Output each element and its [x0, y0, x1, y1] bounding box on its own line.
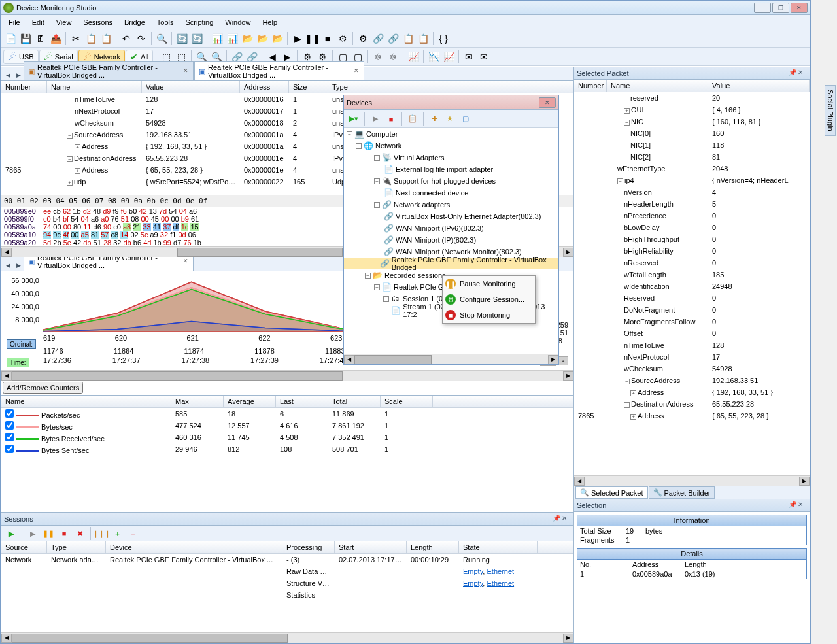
- col-device[interactable]: Device: [106, 541, 282, 553]
- ctx-stop-monitoring[interactable]: ■Stop Monitoring: [443, 307, 535, 323]
- tab-structview1[interactable]: ▣Realtek PCIe GBE Family Controller - Vi…: [24, 61, 194, 80]
- packet-row[interactable]: NIC[2] 81: [574, 151, 810, 163]
- col-type[interactable]: Type: [47, 541, 106, 553]
- menu-scripting[interactable]: Scripting: [180, 17, 218, 27]
- toolbar-button[interactable]: ✉: [462, 50, 476, 64]
- tree-computer[interactable]: −💻Computer: [344, 128, 558, 140]
- device-item[interactable]: 🔗Realtek PCIe GBE Family Controller - Vi…: [344, 258, 558, 269]
- packet-row[interactable]: −DestinationAddress 65.55.223.28: [574, 398, 810, 410]
- packet-row[interactable]: bLowDelay 0: [574, 222, 810, 233]
- play-dropdown-icon[interactable]: ▶▾: [347, 112, 361, 126]
- packet-row[interactable]: bHighThroughput 0: [574, 233, 810, 245]
- dev-scrollbar[interactable]: ◀▶: [344, 354, 558, 364]
- menu-help[interactable]: Help: [257, 17, 282, 27]
- packet-row[interactable]: −ip4 { nVersion=4; nHeaderL: [574, 175, 810, 186]
- toolbar-button[interactable]: 📈: [441, 50, 456, 64]
- toolbar-button[interactable]: 💾: [18, 31, 33, 46]
- stop-icon[interactable]: ■: [57, 526, 71, 541]
- device-item[interactable]: 🔗WAN Miniport (IPv6)(802.3): [344, 222, 558, 234]
- toolbar-button[interactable]: 📉: [426, 50, 441, 64]
- ctx-configure-session-[interactable]: ⚙Configure Session...: [443, 292, 535, 307]
- packet-row[interactable]: nTimeToLive 128: [574, 339, 810, 351]
- toolbar-button[interactable]: 📋: [401, 31, 415, 46]
- counter-checkbox[interactable]: [5, 433, 14, 441]
- menu-file[interactable]: File: [3, 17, 26, 27]
- selected-packet-tab[interactable]: 🔍Selected Packet: [575, 486, 648, 499]
- pin-icon[interactable]: 📌: [553, 515, 562, 524]
- toolbar-button[interactable]: 🔗: [386, 31, 400, 46]
- col-name[interactable]: Name: [607, 80, 708, 92]
- counter-checkbox[interactable]: [5, 421, 14, 430]
- play-icon[interactable]: ▶: [368, 112, 383, 126]
- packet-row[interactable]: nPrecedence 0: [574, 210, 810, 222]
- col-value[interactable]: Value: [708, 80, 810, 92]
- play2-icon[interactable]: ▶: [26, 526, 40, 541]
- toolbar-button[interactable]: 📤: [48, 31, 63, 46]
- tab-structview2[interactable]: ▣Realtek PCIe GBE Family Controller - Vi…: [194, 61, 364, 80]
- toolbar-button[interactable]: 📈: [406, 50, 420, 64]
- menu-bridge[interactable]: Bridge: [119, 17, 150, 27]
- counter-row[interactable]: Bytes Received/sec 460 31611 7454 5087 3…: [1, 432, 573, 443]
- toolbar-button[interactable]: 🔍: [154, 31, 169, 46]
- col-start[interactable]: Start: [335, 541, 407, 553]
- pin-icon[interactable]: 📌: [789, 501, 798, 510]
- col-processing[interactable]: Processing: [282, 541, 335, 553]
- counter-row[interactable]: Bytes/sec 477 52412 5574 6167 861 1921: [1, 420, 573, 432]
- device-item[interactable]: 📄Next connected device: [344, 187, 558, 199]
- play-icon[interactable]: ▶: [4, 526, 18, 541]
- toolbar-button[interactable]: ▶: [290, 31, 305, 46]
- session-row[interactable]: NetworkNetwork adaptersRealtek PCIe GBE …: [1, 554, 573, 566]
- col-average[interactable]: Average: [224, 396, 276, 407]
- toolbar-button[interactable]: 📂: [270, 31, 284, 46]
- packet-row[interactable]: +OUI { 4, 166 }: [574, 104, 810, 116]
- toolbar-button[interactable]: 📊: [210, 31, 224, 46]
- tree-network[interactable]: −🌐Network: [344, 140, 558, 152]
- devices-close-button[interactable]: ✕: [539, 97, 556, 108]
- bars-icon[interactable]: ❘❘❘: [94, 526, 109, 541]
- col-address[interactable]: Address: [240, 81, 289, 93]
- toolbar-button[interactable]: ⚛: [386, 50, 400, 64]
- minimize-button[interactable]: —: [754, 3, 771, 13]
- device-item[interactable]: −🔗Network adapters: [344, 199, 558, 211]
- sess-scrollbar[interactable]: ◀▶: [1, 632, 573, 643]
- packet-row[interactable]: MoreFragmentsFollow 0: [574, 316, 810, 328]
- packet-row[interactable]: reserved 20: [574, 92, 810, 104]
- col-size[interactable]: Size: [289, 81, 328, 93]
- selpkt-scrollbar[interactable]: ◀▶: [574, 475, 810, 486]
- devices-tree[interactable]: −💻Computer −🌐Network −📡Virtual Adapters📄…: [344, 128, 558, 354]
- toolbar-button[interactable]: ■: [320, 31, 335, 46]
- counter-row[interactable]: Packets/sec 58518611 8691: [1, 408, 573, 420]
- toolbar-button[interactable]: 📋: [84, 31, 98, 46]
- packet-builder-tab[interactable]: 🔧Packet Builder: [649, 486, 715, 499]
- toolbar-button[interactable]: 🗓: [33, 31, 48, 46]
- close-button[interactable]: ✕: [791, 3, 808, 13]
- packet-row[interactable]: nHeaderLength 5: [574, 198, 810, 210]
- session-row[interactable]: Structure ViewEmpty, Ethernet: [1, 577, 573, 589]
- tab-prev[interactable]: ◀: [3, 260, 13, 271]
- toolbar-button[interactable]: 📄: [3, 31, 18, 46]
- close-pane-icon[interactable]: ✕: [798, 69, 807, 78]
- sessions-grid[interactable]: NetworkNetwork adaptersRealtek PCIe GBE …: [1, 554, 573, 632]
- tab-prev[interactable]: ◀: [3, 70, 13, 80]
- col-length[interactable]: Length: [407, 541, 459, 553]
- toolbar-button[interactable]: ⚙: [335, 31, 350, 46]
- packet-row[interactable]: nNextProtocol 17: [574, 351, 810, 363]
- add-icon[interactable]: ✚: [427, 112, 441, 126]
- packet-row[interactable]: +Address { 192, 168, 33, 51 }: [574, 386, 810, 398]
- menu-sesisons[interactable]: Sesisons: [78, 17, 118, 27]
- toolbar-button[interactable]: 📊: [225, 31, 239, 46]
- packet-row[interactable]: NIC[0] 160: [574, 127, 810, 139]
- device-item[interactable]: 🔗VirtualBox Host-Only Ethernet Adapter(8…: [344, 211, 558, 222]
- packet-row[interactable]: nVersion 4: [574, 186, 810, 198]
- col-value[interactable]: Value: [142, 81, 240, 93]
- col-type[interactable]: Type: [328, 81, 573, 93]
- col-max[interactable]: Max: [171, 396, 224, 407]
- tab-close-icon[interactable]: ✕: [183, 67, 189, 75]
- col-number[interactable]: Number: [1, 81, 47, 93]
- remove-icon[interactable]: －: [126, 526, 140, 541]
- device-item[interactable]: 📄External log file import adapter: [344, 163, 558, 175]
- menu-window[interactable]: Window: [220, 17, 256, 27]
- pin-icon[interactable]: 📌: [789, 69, 798, 78]
- toolbar-button[interactable]: 🔄: [175, 31, 189, 46]
- chart-scrollbar[interactable]: ◀▶: [1, 370, 573, 381]
